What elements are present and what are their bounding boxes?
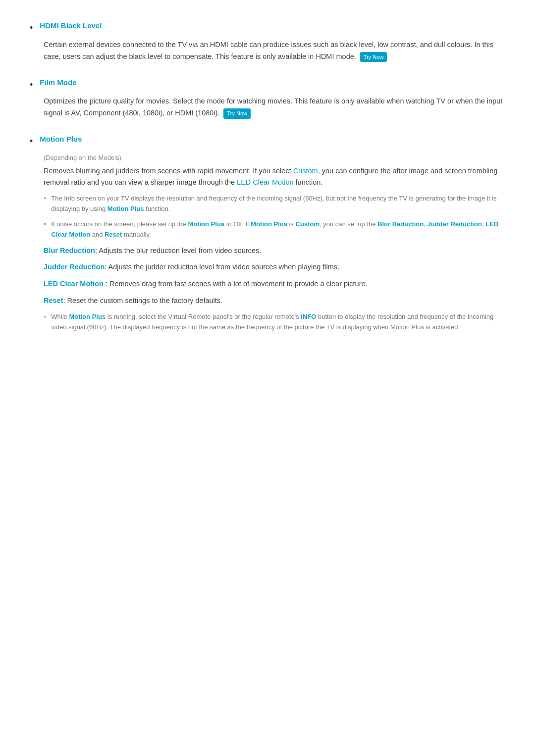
last-note-text: While Motion Plus is running, select the… xyxy=(51,312,505,333)
film-mode-body: Optimizes the picture quality for movies… xyxy=(44,96,505,119)
reset-desc: Reset the custom settings to the factory… xyxy=(65,297,223,304)
note2-highlight2: Motion Plus xyxy=(251,220,287,228)
quote-icon-1: " xyxy=(44,194,46,206)
def-blur-reduction: Blur Reduction: Adjusts the blur reducti… xyxy=(44,245,505,257)
film-mode-title: Film Mode xyxy=(40,77,76,89)
note2-plain7: and xyxy=(90,231,105,238)
motion-last-note: " While Motion Plus is running, select t… xyxy=(44,312,505,333)
judder-reduction-term: Judder Reduction xyxy=(44,263,105,271)
lastnote-plain1: While xyxy=(51,313,69,320)
lastnote-highlight1: Motion Plus xyxy=(69,313,106,320)
bullet-dot-film: • xyxy=(30,78,33,92)
def-led-clear-motion: LED Clear Motion : Removes drag from fas… xyxy=(44,278,505,290)
blur-reduction-desc: Adjusts the blur reduction level from vi… xyxy=(97,247,261,254)
motion-plus-description: Removes blurring and judders from scenes… xyxy=(44,165,505,189)
bullet-dot-hdmi: • xyxy=(30,21,33,35)
reset-term: Reset xyxy=(44,297,63,304)
motion-note-1-text: The Info screen on your TV displays the … xyxy=(51,194,505,214)
motion-plus-section: • Motion Plus (Depending on the Models) … xyxy=(30,133,505,333)
led-clear-motion-colon: : xyxy=(104,280,107,288)
note1-highlight1: Motion Plus xyxy=(107,205,144,212)
motion-note-2: " If noise occurs on the screen, please … xyxy=(44,219,505,240)
hdmi-black-level-body: Certain external devices connected to th… xyxy=(44,39,505,63)
quote-icon-2: " xyxy=(44,220,46,232)
blur-reduction-term: Blur Reduction xyxy=(44,247,95,254)
motion-plus-title: Motion Plus xyxy=(40,133,82,145)
film-try-now-badge[interactable]: Try Now xyxy=(223,108,251,118)
hdmi-try-now-badge[interactable]: Try Now xyxy=(360,52,387,62)
hdmi-black-level-section: • HDMI Black Level Certain external devi… xyxy=(30,20,505,63)
hdmi-black-level-title: HDMI Black Level xyxy=(40,20,102,32)
quote-icon-3: " xyxy=(44,312,46,325)
note2-highlight3: Custom xyxy=(296,220,320,228)
lastnote-plain2: is running, select the Virtual Remote pa… xyxy=(106,313,301,320)
motion-plus-body: (Depending on the Models) Removes blurri… xyxy=(44,152,505,333)
motion-note-1: " The Info screen on your TV displays th… xyxy=(44,194,505,214)
note2-highlight1: Motion Plus xyxy=(188,220,224,228)
motion-desc-led: LED Clear Motion xyxy=(237,178,293,186)
film-mode-text: Optimizes the picture quality for movies… xyxy=(44,97,502,117)
film-mode-section: • Film Mode Optimizes the picture qualit… xyxy=(30,77,505,120)
motion-note-2-text: If noise occurs on the screen, please se… xyxy=(51,219,505,240)
def-judder-reduction: Judder Reduction: Adjusts the judder red… xyxy=(44,261,505,273)
motion-desc-custom: Custom xyxy=(293,167,318,175)
hdmi-black-level-text: Certain external devices connected to th… xyxy=(44,41,493,60)
note2-plain2: to Off. If xyxy=(224,220,251,228)
note1-plain2: function. xyxy=(144,205,170,212)
bullet-dot-motion: • xyxy=(30,134,33,149)
note2-plain3: is xyxy=(287,220,296,228)
note2-plain4: , you can set up the xyxy=(320,220,377,228)
led-clear-motion-desc: Removes drag from fast scenes with a lot… xyxy=(107,280,368,288)
motion-desc-part3: function. xyxy=(294,178,323,186)
led-clear-motion-term: LED Clear Motion xyxy=(44,280,104,288)
lastnote-highlight2: INFO xyxy=(301,313,316,320)
note2-highlight5: Judder Reduction xyxy=(427,220,482,228)
judder-reduction-desc: Adjusts the judder reduction level from … xyxy=(107,263,339,271)
note2-highlight7: Reset xyxy=(105,231,122,238)
note2-plain1: If noise occurs on the screen, please se… xyxy=(51,220,188,228)
note2-plain8: manually. xyxy=(122,231,151,238)
motion-desc-part1: Removes blurring and judders from scenes… xyxy=(44,167,293,175)
note2-highlight4: Blur Reduction xyxy=(377,220,424,228)
motion-plus-subheading: (Depending on the Models) xyxy=(44,152,505,163)
def-reset: Reset: Reset the custom settings to the … xyxy=(44,295,505,307)
